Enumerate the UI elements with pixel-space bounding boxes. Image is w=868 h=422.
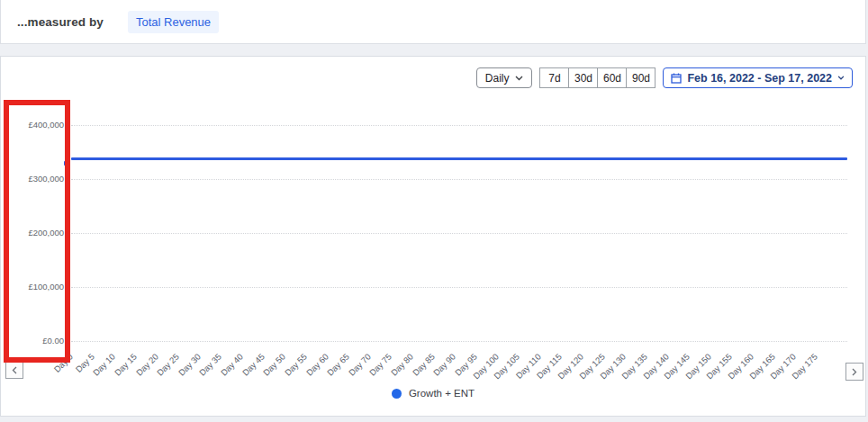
legend-dot-icon — [392, 389, 402, 399]
y-axis-tick-label: £0.00 — [1, 336, 64, 346]
scroll-right-button[interactable] — [845, 363, 863, 381]
y-gridline — [71, 179, 847, 180]
y-axis-tick-label: £200,000 — [1, 228, 64, 238]
measured-by-bar: ...measured by Total Revenue — [0, 0, 866, 44]
measured-by-label: ...measured by — [17, 15, 104, 29]
y-axis-tick-label: £400,000 — [1, 120, 64, 130]
chart-panel: Daily 7d30d60d90d Feb 16, 2022 - Sep 17,… — [0, 56, 866, 417]
y-axis-tick-label: £300,000 — [1, 174, 64, 184]
chevron-left-icon — [12, 366, 17, 374]
y-axis-tick-label: £100,000 — [1, 282, 64, 292]
chart-legend: Growth + ENT — [1, 388, 865, 399]
chevron-right-icon — [852, 368, 857, 376]
y-gridline — [71, 341, 847, 342]
chart-plot: £0.00£100,000£200,000£300,000£400,000Day… — [1, 57, 865, 416]
y-gridline — [71, 233, 847, 234]
y-gridline — [71, 287, 847, 288]
legend-item-label: Growth + ENT — [409, 388, 475, 399]
y-gridline — [71, 125, 847, 126]
series-line-growth-ent — [71, 157, 847, 160]
scroll-left-button[interactable] — [5, 361, 23, 379]
metric-chip-total-revenue[interactable]: Total Revenue — [128, 11, 219, 33]
series-start-marker — [64, 161, 68, 166]
